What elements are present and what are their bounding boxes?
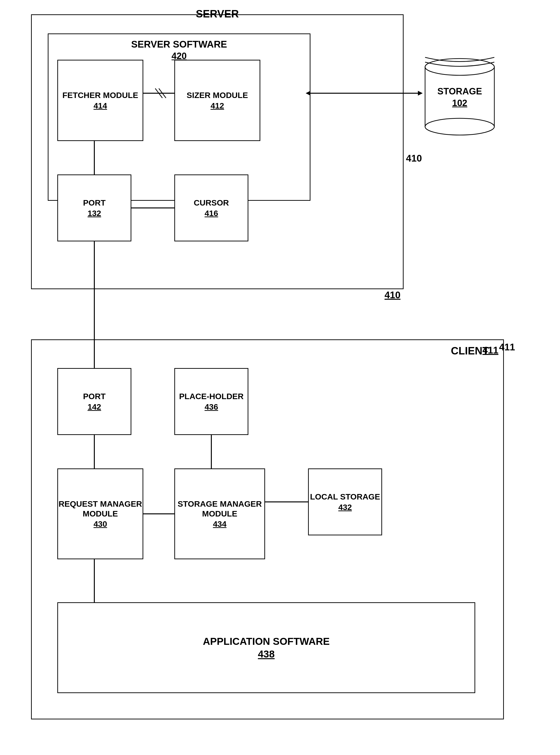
client-411-ref: 411 xyxy=(499,342,515,352)
port-client-ref: 142 xyxy=(88,402,101,411)
placeholder-ref: 436 xyxy=(205,402,218,411)
placeholder-box: PLACE-HOLDER 436 xyxy=(174,368,248,435)
request-manager-ref: 430 xyxy=(94,519,107,529)
server-software-label: SERVER SOFTWARE xyxy=(131,39,227,50)
local-storage-label: LOCAL STORAGE xyxy=(310,492,380,502)
app-software-ref: 438 xyxy=(258,648,275,660)
storage-label: STORAGE xyxy=(418,86,501,97)
fetcher-label: FETCHER MODULE xyxy=(62,90,138,100)
placeholder-label: PLACE-HOLDER xyxy=(179,391,244,401)
storage-cylinder: STORAGE 102 xyxy=(418,48,501,139)
port-client-label: PORT xyxy=(83,391,105,401)
request-manager-box: REQUEST MANAGER MODULE 430 xyxy=(57,468,143,559)
cursor-box: CURSOR 416 xyxy=(174,174,248,241)
storage-manager-box: STORAGE MANAGER MODULE 434 xyxy=(174,468,265,559)
app-software-label: APPLICATION SOFTWARE xyxy=(203,636,329,647)
storage-ref: 102 xyxy=(418,98,501,108)
fetcher-ref: 414 xyxy=(94,101,107,111)
svg-point-2 xyxy=(425,59,494,75)
local-storage-box: LOCAL STORAGE 432 xyxy=(308,468,382,535)
request-manager-label: REQUEST MANAGER MODULE xyxy=(58,499,143,519)
storage-manager-label: STORAGE MANAGER MODULE xyxy=(175,499,264,519)
port-server-ref: 132 xyxy=(88,209,101,218)
server-410-ref: 410 xyxy=(406,153,422,164)
svg-point-1 xyxy=(425,118,494,135)
port-client-box: PORT 142 xyxy=(57,368,131,435)
port-server-box: PORT 132 xyxy=(57,174,131,241)
storage-manager-ref: 434 xyxy=(213,519,227,529)
client-ref: 411 xyxy=(482,345,498,356)
app-software-box: APPLICATION SOFTWARE 438 xyxy=(57,602,475,693)
diagram: SERVER 410 SERVER SOFTWARE 420 FETCHER M… xyxy=(0,0,560,755)
server-label: SERVER xyxy=(196,8,239,20)
cursor-ref: 416 xyxy=(205,209,218,218)
fetcher-module-box: FETCHER MODULE 414 xyxy=(57,60,143,141)
port-server-label: PORT xyxy=(83,198,105,208)
sizer-ref: 412 xyxy=(211,101,224,111)
sizer-module-box: SIZER MODULE 412 xyxy=(174,60,260,141)
cursor-label: CURSOR xyxy=(194,198,229,208)
local-storage-ref: 432 xyxy=(338,503,352,512)
server-ref: 410 xyxy=(384,290,400,301)
sizer-label: SIZER MODULE xyxy=(187,90,248,100)
